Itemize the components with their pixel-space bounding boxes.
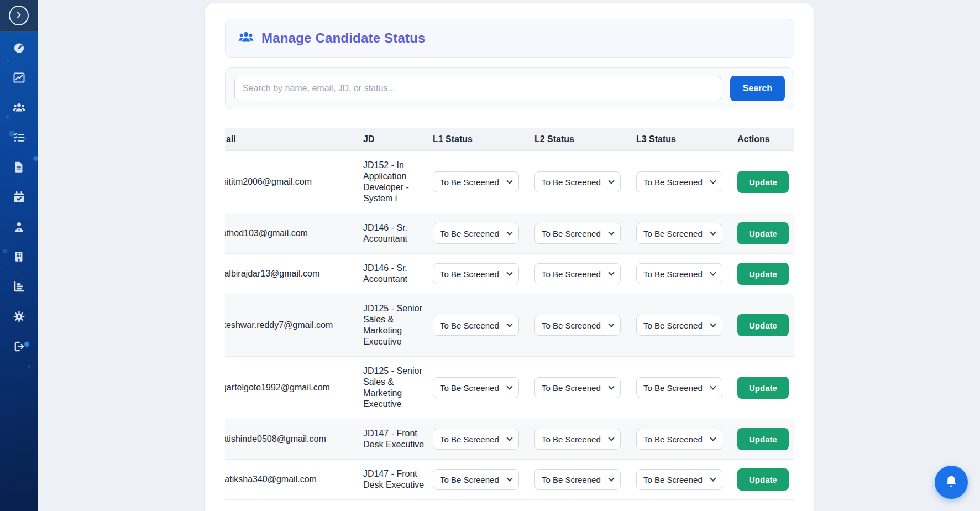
l1-status-select[interactable]: To Be Screened: [433, 429, 519, 450]
update-button[interactable]: Update: [737, 377, 789, 399]
sidebar-item-candidates[interactable]: [0, 92, 38, 122]
page-title-banner: Manage Candidate Status: [225, 19, 794, 58]
sidebar-nav: [0, 32, 38, 361]
main-content: Manage Candidate Status Search ail JD L1…: [38, 0, 980, 511]
sidebar-item-reports[interactable]: [0, 272, 38, 301]
l3-status-select[interactable]: To Be Screened: [636, 263, 722, 284]
search-bar: Search: [225, 67, 794, 109]
sidebar-item-logout[interactable]: [0, 331, 38, 361]
l3-status-select[interactable]: To Be Screened: [636, 377, 722, 398]
column-header-l3-status: L3 Status: [636, 128, 737, 151]
l2-status-select[interactable]: To Be Screened: [534, 263, 621, 284]
file-icon: [13, 161, 25, 173]
l2-status-select[interactable]: To Be Screened: [534, 469, 621, 490]
update-button[interactable]: Update: [737, 428, 789, 450]
candidate-email: atishinde0508@gmail.com: [225, 419, 363, 460]
list-check-icon: [13, 131, 25, 144]
table-row: talbirajdar13@gmail.com JD146 - Sr. Acco…: [225, 254, 794, 294]
table-row: athod103@gmail.com JD146 - Sr. Accountan…: [225, 213, 794, 254]
chevron-right-icon: [13, 9, 24, 22]
column-header-l2-status: L2 Status: [534, 128, 636, 151]
candidate-jd: JD146 - Sr. Accountant: [363, 254, 433, 294]
sidebar-item-calendar[interactable]: [0, 182, 38, 212]
l3-status-select[interactable]: To Be Screened: [636, 171, 722, 192]
l2-status-select[interactable]: To Be Screened: [534, 171, 621, 192]
candidate-email: nititm2006@gmail.com: [225, 151, 363, 213]
l3-status-select[interactable]: To Be Screened: [636, 315, 722, 336]
user-tie-icon: [13, 221, 25, 233]
column-header-l1-status: L1 Status: [433, 128, 534, 151]
l3-status-select[interactable]: To Be Screened: [636, 469, 722, 490]
l1-status-select[interactable]: To Be Screened: [433, 223, 519, 244]
sidebar-item-settings[interactable]: [0, 301, 38, 331]
sign-out-icon: [13, 340, 25, 353]
candidate-jd: JD146 - Sr. Accountant: [363, 213, 433, 254]
sidebar-toggle-button[interactable]: [9, 6, 29, 25]
search-button[interactable]: Search: [730, 76, 785, 101]
l1-status-select[interactable]: To Be Screened: [433, 377, 519, 398]
column-header-actions: Actions: [737, 128, 794, 151]
gear-icon: [13, 310, 25, 323]
update-button[interactable]: Update: [737, 468, 789, 491]
notifications-fab[interactable]: [935, 466, 968, 499]
table-header-row: ail JD L1 Status L2 Status L3 Status Act…: [225, 128, 794, 151]
sidebar-item-organization[interactable]: [0, 242, 38, 272]
column-header-email: ail: [225, 128, 363, 151]
sidebar-item-checklist[interactable]: [0, 122, 38, 152]
sidebar-header: [0, 0, 38, 32]
candidate-jd: JD125 - Senior Sales & Marketing Executi…: [363, 294, 433, 357]
content-card: Manage Candidate Status Search ail JD L1…: [205, 3, 814, 511]
candidate-email: ratiksha340@gmail.com: [225, 460, 363, 500]
l2-status-select[interactable]: To Be Screened: [534, 429, 621, 450]
table-row: gartelgote1992@gmail.com JD125 - Senior …: [225, 357, 794, 419]
decor-dot: [28, 365, 30, 368]
table-row: keshwar.reddy7@gmail.com JD125 - Senior …: [225, 294, 794, 357]
page-title: Manage Candidate Status: [261, 30, 426, 46]
l3-status-select[interactable]: To Be Screened: [636, 223, 722, 244]
update-button[interactable]: Update: [737, 314, 789, 336]
candidate-email: keshwar.reddy7@gmail.com: [225, 294, 363, 357]
candidate-jd: JD125 - Senior Sales & Marketing Executi…: [363, 357, 433, 419]
building-icon: [13, 251, 25, 263]
sidebar-item-dashboard[interactable]: [0, 33, 38, 62]
calendar-check-icon: [13, 191, 25, 204]
l1-status-select[interactable]: To Be Screened: [433, 315, 519, 336]
gauge-icon: [13, 41, 25, 54]
search-input[interactable]: [234, 76, 721, 101]
chart-line-icon: [13, 71, 25, 84]
candidate-status-table: ail JD L1 Status L2 Status L3 Status Act…: [225, 128, 794, 500]
l1-status-select[interactable]: To Be Screened: [433, 263, 519, 284]
table-row: atishinde0508@gmail.com JD147 - Front De…: [225, 419, 794, 460]
candidate-email: athod103@gmail.com: [225, 213, 363, 254]
sidebar-item-documents[interactable]: [0, 152, 38, 182]
candidate-jd: JD147 - Front Desk Executive: [363, 419, 433, 460]
update-button[interactable]: Update: [737, 263, 789, 285]
candidate-email: talbirajdar13@gmail.com: [225, 254, 363, 294]
users-icon: [238, 29, 254, 48]
l2-status-select[interactable]: To Be Screened: [534, 315, 621, 336]
l1-status-select[interactable]: To Be Screened: [433, 171, 519, 192]
sidebar-item-profile[interactable]: [0, 212, 38, 242]
sidebar-item-analytics[interactable]: [0, 62, 38, 92]
users-icon: [12, 101, 26, 114]
update-button[interactable]: Update: [737, 171, 789, 193]
l3-status-select[interactable]: To Be Screened: [636, 429, 722, 450]
candidate-jd: JD152 - In Application Developer - Syste…: [363, 151, 433, 213]
table-row: ratiksha340@gmail.com JD147 - Front Desk…: [225, 460, 794, 500]
column-header-jd: JD: [363, 128, 433, 151]
bell-icon: [944, 474, 958, 491]
chart-bar-icon: [13, 280, 25, 293]
table-row: nititm2006@gmail.com JD152 - In Applicat…: [225, 151, 794, 213]
update-button[interactable]: Update: [737, 222, 789, 244]
l1-status-select[interactable]: To Be Screened: [433, 469, 519, 490]
sidebar: [0, 0, 38, 511]
l2-status-select[interactable]: To Be Screened: [534, 223, 621, 244]
l2-status-select[interactable]: To Be Screened: [534, 377, 621, 398]
candidate-email: gartelgote1992@gmail.com: [225, 357, 363, 419]
candidate-jd: JD147 - Front Desk Executive: [363, 460, 433, 500]
